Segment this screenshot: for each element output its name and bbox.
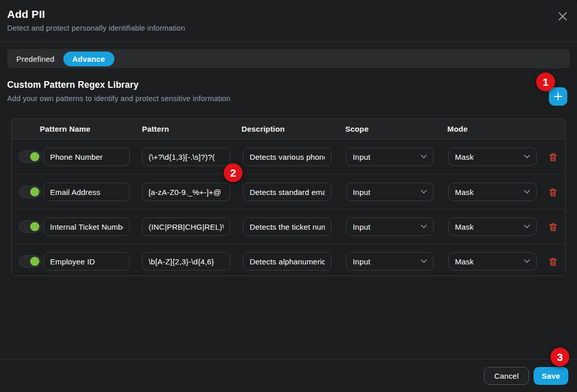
delete-row-button[interactable] bbox=[547, 256, 559, 268]
enable-toggle[interactable] bbox=[19, 255, 41, 267]
scope-select[interactable]: Input bbox=[346, 148, 434, 166]
table-row: Input Mask bbox=[12, 174, 565, 209]
mode-select[interactable]: Mask bbox=[448, 252, 537, 271]
pattern-regex-input[interactable] bbox=[142, 252, 230, 271]
chevron-down-icon bbox=[421, 155, 427, 159]
pattern-regex-input[interactable] bbox=[142, 148, 230, 166]
delete-row-button[interactable] bbox=[547, 221, 559, 233]
step-badge-2: 2 bbox=[224, 163, 243, 182]
scope-value: Input bbox=[353, 223, 370, 231]
page-subtitle: Detect and protect personally identifiab… bbox=[7, 24, 185, 32]
description-input[interactable] bbox=[243, 183, 331, 201]
save-button[interactable]: Save bbox=[534, 367, 568, 385]
pattern-name-input[interactable] bbox=[43, 217, 130, 236]
column-header-pattern-name: Pattern Name bbox=[40, 119, 90, 139]
section-title: Custom Pattern Regex Library bbox=[7, 80, 138, 90]
enable-toggle[interactable] bbox=[19, 186, 41, 198]
chevron-down-icon bbox=[421, 225, 427, 229]
close-button[interactable] bbox=[556, 9, 570, 23]
pattern-name-input[interactable] bbox=[43, 183, 130, 201]
pattern-name-input[interactable] bbox=[43, 148, 130, 166]
plus-icon bbox=[554, 92, 563, 101]
pattern-regex-input[interactable] bbox=[142, 183, 230, 201]
delete-row-button[interactable] bbox=[547, 151, 559, 163]
description-input[interactable] bbox=[243, 148, 331, 166]
footer-divider bbox=[0, 359, 577, 359]
trash-icon bbox=[548, 257, 558, 267]
chevron-down-icon bbox=[421, 259, 427, 263]
chevron-down-icon bbox=[524, 225, 530, 229]
mode-value: Mask bbox=[455, 153, 474, 161]
trash-icon bbox=[548, 152, 558, 162]
scope-value: Input bbox=[353, 257, 370, 266]
scope-value: Input bbox=[353, 188, 370, 197]
page-title: Add PII bbox=[7, 8, 45, 20]
pattern-table: Pattern Name Pattern Description Scope M… bbox=[11, 118, 566, 276]
step-badge-3: 3 bbox=[550, 348, 569, 366]
column-header-pattern: Pattern bbox=[142, 119, 169, 139]
header-divider bbox=[0, 42, 577, 42]
close-icon bbox=[557, 11, 568, 22]
mode-value: Mask bbox=[455, 188, 474, 197]
delete-row-button[interactable] bbox=[547, 186, 559, 199]
add-pii-modal: Add PII Detect and protect personally id… bbox=[0, 0, 577, 392]
cancel-button[interactable]: Cancel bbox=[484, 367, 529, 385]
scope-select[interactable]: Input bbox=[346, 217, 434, 236]
scope-select[interactable]: Input bbox=[346, 252, 434, 271]
column-header-scope: Scope bbox=[345, 119, 369, 139]
trash-icon bbox=[548, 187, 558, 198]
pattern-name-input[interactable] bbox=[43, 252, 130, 271]
toggle-knob bbox=[30, 152, 39, 161]
section-subtitle: Add your own patterns to identify and pr… bbox=[7, 94, 230, 103]
table-row: Input Mask bbox=[12, 243, 565, 276]
trash-icon bbox=[548, 222, 558, 232]
mode-select[interactable]: Mask bbox=[448, 148, 537, 166]
add-pattern-button[interactable] bbox=[549, 87, 567, 106]
mode-value: Mask bbox=[455, 257, 474, 266]
step-badge-1: 1 bbox=[536, 72, 555, 91]
table-row: Input Mask bbox=[12, 209, 565, 243]
tab-bar: Predefined Advance bbox=[7, 49, 570, 68]
table-row: Input Mask bbox=[12, 139, 565, 174]
chevron-down-icon bbox=[524, 259, 530, 263]
chevron-down-icon bbox=[421, 190, 427, 194]
mode-select[interactable]: Mask bbox=[448, 183, 537, 201]
chevron-down-icon bbox=[524, 190, 530, 194]
description-input[interactable] bbox=[243, 252, 331, 271]
chevron-down-icon bbox=[524, 155, 530, 159]
description-input[interactable] bbox=[243, 217, 331, 236]
tab-predefined[interactable]: Predefined bbox=[15, 55, 56, 63]
scope-value: Input bbox=[353, 153, 370, 161]
table-header: Pattern Name Pattern Description Scope M… bbox=[12, 119, 565, 139]
toggle-knob bbox=[30, 187, 39, 197]
toggle-knob bbox=[30, 222, 39, 231]
toggle-knob bbox=[30, 257, 39, 266]
column-header-description: Description bbox=[242, 119, 285, 139]
enable-toggle[interactable] bbox=[19, 220, 41, 233]
enable-toggle[interactable] bbox=[19, 151, 41, 163]
mode-value: Mask bbox=[455, 223, 474, 231]
mode-select[interactable]: Mask bbox=[448, 217, 537, 236]
tab-advance[interactable]: Advance bbox=[63, 52, 114, 66]
column-header-mode: Mode bbox=[447, 119, 468, 139]
pattern-regex-input[interactable] bbox=[142, 217, 230, 236]
scope-select[interactable]: Input bbox=[346, 183, 434, 201]
